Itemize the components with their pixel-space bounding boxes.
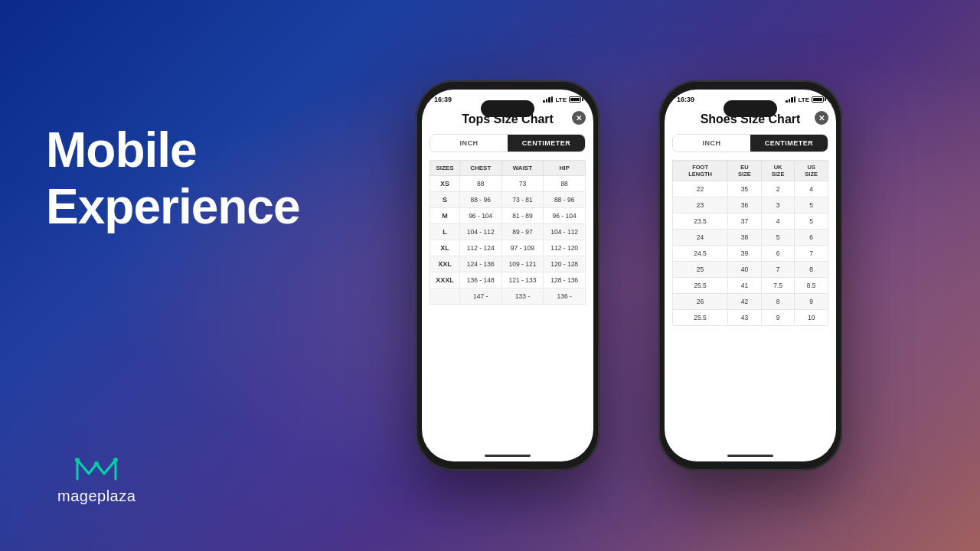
phone1-close-button[interactable]: ✕ (572, 111, 586, 125)
table-row: S88 - 9673 - 8188 - 96 (430, 192, 586, 208)
phone2-status-icons: LTE (786, 96, 824, 103)
phone2-home-indicator (727, 455, 773, 457)
phone-mockup-1: 16:39 LTE Tops Size Chart ✕ (416, 80, 599, 471)
table-row: XS887388 (430, 176, 586, 192)
table-row: 24.53967 (673, 246, 828, 262)
svg-point-0 (75, 458, 80, 462)
table-row: 243856 (673, 230, 828, 246)
phone1-cm-toggle[interactable]: CENTIMETER (508, 135, 585, 152)
table-row: M96 - 10481 - 8996 - 104 (430, 208, 586, 224)
phone2-signal-icon (786, 96, 795, 103)
phone1-toggle-group: INCH CENTIMETER (430, 134, 586, 152)
table-row: 264289 (673, 294, 828, 310)
phone1-col-chest: CHEST (459, 161, 501, 176)
table-row: XXL124 - 136109 - 121120 - 128 (430, 256, 586, 272)
table-row: 254078 (673, 262, 828, 278)
phone2-col-uk: UKSIZE (761, 161, 795, 181)
phone2-battery-icon (812, 96, 824, 103)
phone1-signal-icon (543, 96, 553, 103)
table-row: XXXL136 - 148121 - 133128 - 136 (430, 272, 586, 289)
table-row: 25.5417.58.5 (673, 278, 828, 294)
table-row: 23.53745 (673, 214, 828, 230)
phone1-col-hip: HIP (544, 161, 586, 176)
headline: Mobile Experience (46, 122, 300, 235)
phone2-toggle-group: INCH CENTIMETER (672, 134, 828, 152)
phone2-close-button[interactable]: ✕ (815, 111, 828, 125)
phone2-inch-toggle[interactable]: INCH (673, 135, 750, 152)
phone1-network: LTE (555, 96, 567, 103)
phone2-cm-toggle[interactable]: CENTIMETER (750, 135, 828, 152)
phone1-screen: 16:39 LTE Tops Size Chart ✕ (422, 90, 593, 461)
phone1-content: Tops Size Chart ✕ INCH CENTIMETER SIZES … (422, 106, 593, 311)
phone1-col-sizes: SIZES (430, 161, 460, 176)
dynamic-island-1 (481, 100, 534, 117)
phone1-inch-toggle[interactable]: INCH (430, 135, 508, 152)
hero-text: Mobile Experience (46, 122, 300, 235)
table-row: 233635 (673, 197, 828, 214)
table-row: 223524 (673, 181, 828, 197)
phone1-status-icons: LTE (543, 96, 581, 103)
phone1-battery-icon (569, 96, 581, 103)
dynamic-island-2 (724, 100, 777, 117)
logo-label: mageplaza (57, 487, 136, 505)
svg-point-1 (113, 458, 118, 462)
phone-mockup-2: 16:39 LTE Shoes Size Chart ✕ (658, 80, 842, 471)
phone2-size-table: FOOTLENGTH EUSIZE UKSIZE USSIZE 22352423… (672, 160, 828, 326)
phone2-time: 16:39 (677, 96, 694, 103)
table-row: 25.543910 (673, 310, 828, 326)
phone1-time: 16:39 (434, 96, 452, 103)
mageplaza-icon (74, 452, 119, 483)
phone2-col-us: USSIZE (795, 161, 828, 181)
svg-point-2 (94, 461, 99, 466)
brand-logo: mageplaza (57, 452, 136, 505)
phone2-content: Shoes Size Chart ✕ INCH CENTIMETER FOOTL… (665, 106, 836, 332)
phone1-col-waist: WAIST (501, 161, 544, 176)
phone1-home-indicator (485, 455, 531, 457)
phone2-screen: 16:39 LTE Shoes Size Chart ✕ (665, 90, 836, 461)
table-row: L104 - 11289 - 97104 - 112 (430, 224, 586, 240)
phone2-network: LTE (798, 96, 809, 103)
phone1-size-table: SIZES CHEST WAIST HIP XS887388S88 - 9673… (430, 160, 586, 305)
table-row: XL112 - 12497 - 109112 - 120 (430, 240, 586, 256)
phone2-col-eu: EUSIZE (728, 161, 762, 181)
table-row: 147 -133 -136 - (430, 289, 586, 305)
phone2-col-foot: FOOTLENGTH (673, 161, 728, 181)
